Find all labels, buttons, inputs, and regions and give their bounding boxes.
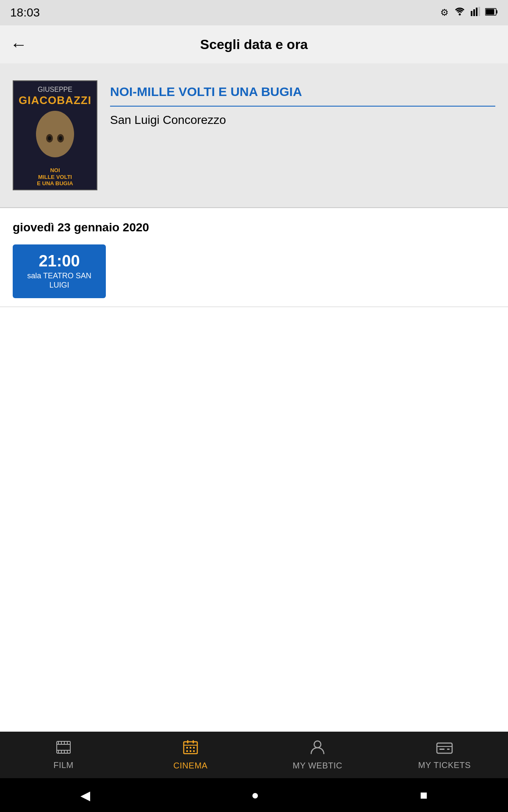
showing-time-button[interactable]: 21:00 sala TEATRO SAN LUIGI bbox=[13, 244, 106, 298]
nav-recent-button[interactable]: ■ bbox=[420, 788, 428, 802]
page-title: Scegli data e ora bbox=[200, 37, 308, 52]
time-value: 21:00 bbox=[39, 253, 80, 269]
svg-rect-37 bbox=[193, 750, 195, 752]
toolbar: ← Scegli data e ora bbox=[0, 25, 508, 63]
poster-image bbox=[14, 107, 97, 165]
nav-back-button[interactable]: ◀ bbox=[80, 788, 90, 803]
nav-home-button[interactable]: ● bbox=[251, 788, 259, 802]
svg-rect-32 bbox=[186, 747, 188, 749]
svg-rect-1 bbox=[471, 11, 472, 16]
event-title: NOI-MILLE VOLTI E UNA BUGIA bbox=[110, 85, 495, 107]
svg-rect-21 bbox=[61, 741, 62, 744]
battery-icon bbox=[485, 7, 498, 18]
nav-label-mywebtic: MY WEBTIC bbox=[293, 761, 342, 771]
signal-icon bbox=[471, 7, 480, 19]
svg-rect-35 bbox=[186, 750, 188, 752]
status-icons: ⚙ bbox=[440, 7, 498, 19]
svg-rect-41 bbox=[439, 749, 444, 750]
nav-label-mytickets: MY TICKETS bbox=[418, 760, 471, 770]
poster-artist-lastname: GIACOBAZZI bbox=[17, 94, 93, 107]
svg-rect-31 bbox=[193, 740, 194, 743]
event-info: NOI-MILLE VOLTI E UNA BUGIA San Luigi Co… bbox=[110, 80, 495, 127]
svg-rect-36 bbox=[190, 750, 191, 752]
nav-item-mytickets[interactable]: MY TICKETS bbox=[381, 732, 508, 778]
svg-rect-24 bbox=[58, 751, 59, 753]
back-button[interactable]: ← bbox=[10, 36, 27, 53]
sim-icon bbox=[454, 7, 466, 19]
mytickets-icon bbox=[436, 740, 453, 758]
svg-rect-23 bbox=[67, 741, 68, 744]
event-location: San Luigi Concorezzo bbox=[110, 113, 495, 127]
svg-rect-7 bbox=[496, 10, 497, 14]
poster-artist-firstname: GIUSEPPE bbox=[14, 81, 97, 94]
svg-rect-19 bbox=[57, 750, 70, 751]
status-time: 18:03 bbox=[10, 6, 40, 19]
svg-point-16 bbox=[59, 136, 62, 140]
svg-point-15 bbox=[48, 136, 51, 140]
bottom-nav: FILM CINEMA bbox=[0, 732, 508, 778]
svg-point-0 bbox=[459, 14, 461, 16]
nav-label-film: FILM bbox=[53, 760, 74, 770]
cinema-icon bbox=[183, 739, 198, 758]
sala-name: sala TEATRO SAN LUIGI bbox=[25, 272, 93, 290]
nav-item-mywebtic[interactable]: MY WEBTIC bbox=[254, 732, 381, 778]
svg-rect-25 bbox=[61, 751, 62, 753]
svg-rect-3 bbox=[476, 8, 478, 16]
date-label: giovedì 23 gennaio 2020 bbox=[13, 221, 495, 234]
main-content: giovedì 23 gennaio 2020 21:00 sala TEATR… bbox=[0, 208, 508, 589]
status-bar: 18:03 ⚙ bbox=[0, 0, 508, 25]
nav-item-film[interactable]: FILM bbox=[0, 732, 127, 778]
event-section: GIUSEPPE GIACOBAZZI NOIMILLE VOLTIE UNA … bbox=[0, 63, 508, 207]
nav-item-cinema[interactable]: CINEMA bbox=[127, 732, 254, 778]
system-nav: ◀ ● ■ bbox=[0, 778, 508, 812]
svg-rect-4 bbox=[478, 7, 480, 16]
svg-rect-33 bbox=[190, 747, 191, 749]
svg-rect-2 bbox=[473, 9, 475, 16]
settings-icon: ⚙ bbox=[440, 7, 449, 18]
mywebtic-icon bbox=[310, 739, 325, 758]
svg-rect-34 bbox=[193, 747, 195, 749]
svg-rect-20 bbox=[58, 741, 59, 744]
film-icon bbox=[56, 740, 71, 758]
svg-rect-27 bbox=[67, 751, 68, 753]
svg-rect-11 bbox=[57, 114, 62, 129]
svg-rect-26 bbox=[64, 751, 65, 753]
svg-rect-39 bbox=[437, 743, 452, 753]
svg-rect-10 bbox=[50, 113, 55, 129]
datetime-section: giovedì 23 gennaio 2020 21:00 sala TEATR… bbox=[0, 208, 508, 307]
svg-rect-30 bbox=[187, 740, 188, 743]
nav-label-cinema: CINEMA bbox=[174, 761, 208, 771]
svg-rect-12 bbox=[64, 117, 69, 129]
svg-rect-22 bbox=[64, 741, 65, 744]
poster-subtitle: NOIMILLE VOLTIE UNA BUGIA bbox=[33, 165, 76, 189]
svg-rect-18 bbox=[57, 744, 70, 745]
svg-rect-42 bbox=[447, 749, 450, 750]
svg-point-38 bbox=[314, 741, 321, 748]
svg-rect-6 bbox=[486, 9, 494, 15]
svg-rect-9 bbox=[44, 115, 49, 130]
event-poster: GIUSEPPE GIACOBAZZI NOIMILLE VOLTIE UNA … bbox=[13, 80, 97, 190]
